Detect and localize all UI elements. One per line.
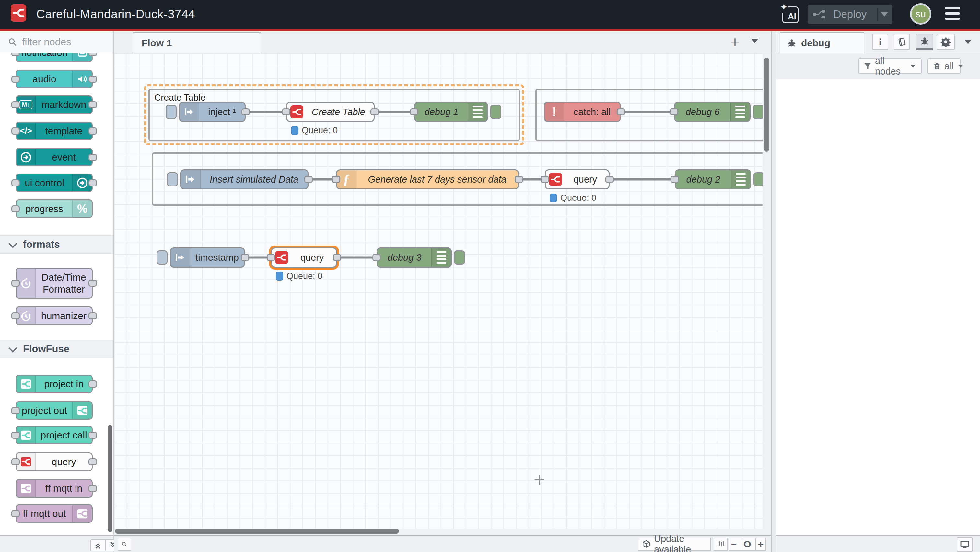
palette-section-flowfuse[interactable]: FlowFuse: [0, 340, 113, 358]
port[interactable]: [89, 312, 97, 319]
user-avatar[interactable]: su: [910, 3, 931, 25]
config-nodes-tab-button[interactable]: [937, 34, 955, 50]
port[interactable]: [617, 108, 625, 115]
port[interactable]: [515, 176, 523, 183]
palette-node-event[interactable]: event: [16, 148, 93, 166]
palette-node-datetime-formatter[interactable]: Date/Time Formatter: [16, 268, 93, 299]
canvas-horizontal-scrollbar[interactable]: [115, 529, 399, 533]
main-menu-icon[interactable]: [945, 7, 960, 20]
canvas-search-button[interactable]: [118, 538, 131, 551]
palette-node-project-in[interactable]: project in: [16, 375, 93, 393]
node-debug-3[interactable]: debug 3: [377, 247, 452, 268]
node-insert-simulated-data[interactable]: Insert simulated Data: [180, 169, 309, 190]
flowfuse-logo-icon[interactable]: [11, 4, 26, 22]
minimap-button[interactable]: [714, 538, 728, 551]
node-query-2[interactable]: query Queue: 0: [545, 169, 609, 190]
palette-node-markdown[interactable]: M↓ markdown: [16, 95, 93, 114]
info-tab-button[interactable]: i: [872, 34, 888, 50]
port[interactable]: [89, 485, 97, 492]
port[interactable]: [670, 108, 678, 115]
canvas-vertical-scrollbar[interactable]: [764, 58, 769, 152]
palette-collapse-all-button[interactable]: [90, 539, 106, 551]
palette-section-formats[interactable]: formats: [0, 236, 113, 254]
port[interactable]: [11, 53, 20, 56]
port[interactable]: [11, 205, 20, 212]
port[interactable]: [11, 432, 20, 439]
zoom-in-button[interactable]: +: [756, 538, 765, 550]
palette-node-ui-control[interactable]: ui control: [16, 174, 93, 192]
palette-node-humanizer[interactable]: humanizer: [16, 306, 93, 325]
palette-node-project-call[interactable]: project call: [16, 426, 93, 444]
node-debug-1[interactable]: debug 1: [414, 102, 488, 122]
debug-clear-button[interactable]: all: [928, 58, 961, 74]
deploy-caret-icon[interactable]: [881, 12, 888, 16]
port[interactable]: [11, 312, 20, 319]
node-generate-sensor-data[interactable]: ƒ Generate last 7 days sensor data: [336, 169, 519, 190]
port[interactable]: [11, 458, 20, 466]
zoom-reset-button[interactable]: O: [742, 538, 752, 550]
node-debug-6[interactable]: debug 6: [674, 102, 751, 122]
palette-node-ff-mqtt-out[interactable]: ff mqtt out: [16, 504, 93, 523]
port[interactable]: [89, 279, 97, 287]
deploy-button[interactable]: Deploy: [808, 5, 892, 24]
palette-node-template[interactable]: </> template: [16, 121, 93, 140]
port[interactable]: [89, 458, 97, 466]
port[interactable]: [89, 128, 97, 135]
port[interactable]: [89, 179, 97, 187]
debug-toggle-button[interactable]: [454, 250, 465, 265]
port[interactable]: [372, 254, 381, 261]
port[interactable]: [410, 108, 418, 115]
palette-node-audio[interactable]: audio: [16, 70, 93, 88]
debug-tab-button[interactable]: [916, 34, 933, 50]
port[interactable]: [670, 176, 679, 183]
sidebar-tabs-caret-icon[interactable]: [964, 40, 972, 44]
node-debug-2[interactable]: debug 2: [675, 169, 751, 190]
palette-scrollbar[interactable]: [108, 425, 113, 532]
port[interactable]: [304, 176, 313, 183]
port[interactable]: [333, 254, 341, 261]
node-inject-1[interactable]: inject ¹: [179, 102, 246, 122]
ai-assistant-button[interactable]: ✦ AI: [780, 4, 799, 23]
zoom-out-button[interactable]: −: [729, 538, 738, 550]
flow-list-caret-icon[interactable]: [751, 38, 758, 43]
node-catch-all[interactable]: ! catch: all: [544, 102, 621, 122]
port[interactable]: [242, 108, 250, 115]
sidebar-resize-handle[interactable]: [771, 32, 776, 552]
palette-search[interactable]: filter nodes: [0, 32, 113, 53]
port[interactable]: [11, 128, 20, 135]
port[interactable]: [89, 380, 97, 388]
node-create-table[interactable]: Create Table Queue: 0: [286, 102, 375, 122]
port[interactable]: [11, 179, 20, 187]
canvas-area[interactable]: Create Table inject ¹ C: [114, 53, 771, 536]
palette-node-project-out[interactable]: project out: [16, 401, 93, 420]
flow-canvas[interactable]: Create Table inject ¹ C: [114, 53, 762, 529]
debug-filter-button[interactable]: all nodes: [858, 58, 922, 74]
port[interactable]: [282, 108, 290, 115]
port[interactable]: [241, 254, 249, 261]
port[interactable]: [11, 407, 20, 414]
inject-button[interactable]: [167, 172, 178, 187]
port[interactable]: [605, 176, 614, 183]
palette-node-progress[interactable]: progress %: [16, 199, 93, 218]
node-query-3-selected[interactable]: query Queue: 0: [271, 247, 337, 268]
port[interactable]: [11, 510, 20, 517]
help-tab-button[interactable]: [894, 34, 910, 50]
inject-button[interactable]: [165, 105, 177, 119]
port[interactable]: [11, 279, 20, 287]
tab-flow-1[interactable]: Flow 1: [132, 32, 261, 53]
port[interactable]: [267, 254, 275, 261]
debug-toggle-button[interactable]: [490, 105, 501, 119]
node-timestamp[interactable]: timestamp: [170, 247, 245, 268]
palette-node-ff-mqtt-in[interactable]: ff mqtt in: [16, 479, 93, 498]
open-in-window-button[interactable]: [957, 538, 973, 552]
debug-toggle-button[interactable]: [753, 105, 762, 119]
port[interactable]: [89, 76, 97, 83]
port[interactable]: [89, 53, 97, 56]
palette-node-query[interactable]: query: [16, 452, 93, 471]
debug-toggle-button[interactable]: [754, 172, 762, 187]
port[interactable]: [11, 76, 20, 83]
port[interactable]: [371, 108, 379, 115]
update-available-button[interactable]: Update available: [638, 538, 711, 551]
add-flow-button[interactable]: +: [727, 34, 743, 50]
port[interactable]: [332, 176, 340, 183]
